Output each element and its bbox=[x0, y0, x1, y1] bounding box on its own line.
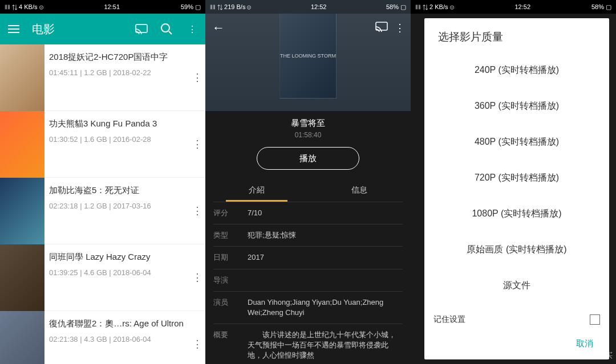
quality-dialog: 选择影片质量 240P (实时转档播放) 360P (实时转档播放) 480P … bbox=[424, 18, 609, 359]
app-header: 电影 ⋮ bbox=[0, 14, 205, 44]
item-more-icon[interactable]: ⋮ bbox=[188, 111, 205, 177]
remember-checkbox[interactable] bbox=[590, 314, 600, 325]
more-icon[interactable]: ⋮ bbox=[395, 22, 404, 34]
quality-list: 240P (实时转档播放) 360P (实时转档播放) 480P (实时转档播放… bbox=[424, 52, 609, 309]
item-more-icon[interactable]: ⋮ bbox=[188, 44, 205, 111]
detail-title: 暴雪将至 bbox=[205, 111, 411, 131]
cast-icon[interactable] bbox=[375, 22, 388, 34]
remember-row[interactable]: 记住设置 bbox=[424, 309, 609, 330]
cast-icon[interactable] bbox=[135, 22, 148, 36]
movie-item[interactable]: 加勒比海盗5：死无对证 02:23:18 | 1.2 GB | 2017-03-… bbox=[0, 178, 205, 244]
back-icon[interactable]: ← bbox=[212, 21, 225, 35]
movie-poster bbox=[0, 178, 44, 244]
play-button[interactable]: 播放 bbox=[257, 147, 359, 170]
item-more-icon[interactable]: ⋮ bbox=[188, 311, 205, 364]
svg-point-1 bbox=[161, 24, 169, 32]
quality-option[interactable]: 720P (实时转档播放) bbox=[424, 160, 609, 196]
status-right: 58% ▢ bbox=[386, 3, 406, 11]
status-left: ⫴⫴ ⇅ 219 B/s ⊚ bbox=[210, 3, 251, 11]
tabs: 介紹 信息 bbox=[205, 179, 411, 202]
info-row: 评分7/10 bbox=[213, 202, 403, 224]
watermark: 值 什么值得买 bbox=[566, 350, 613, 361]
info-table: 评分7/10 类型犯罪;悬疑;惊悚 日期2017 导演 演员Duan Yihon… bbox=[205, 202, 411, 364]
movie-title: 同班同學 Lazy Hazy Crazy bbox=[49, 251, 184, 263]
movie-item[interactable]: 2018捉妖记2-HC720P国语中字 01:45:11 | 1.2 GB | … bbox=[0, 44, 205, 111]
quality-option[interactable]: 源文件 bbox=[424, 268, 609, 304]
movie-title: 加勒比海盗5：死无对证 bbox=[49, 185, 184, 196]
movie-meta: 02:21:38 | 4.3 GB | 2018-06-04 bbox=[49, 335, 184, 343]
item-more-icon[interactable]: ⋮ bbox=[188, 244, 205, 310]
movie-meta: 02:23:18 | 1.2 GB | 2017-03-16 bbox=[49, 202, 184, 210]
info-row: 概要 该片讲述的是上世纪九十年代某个小城，天气预报中一场百年不遇的暴雪即将侵袭此… bbox=[213, 324, 403, 364]
status-right: 58% ▢ bbox=[591, 3, 611, 11]
detail-duration: 01:58:40 bbox=[205, 131, 411, 147]
info-row: 演员Duan Yihong;Jiang Yiyan;Du Yuan;Zheng … bbox=[213, 291, 403, 324]
movie-meta: 01:45:11 | 1.2 GB | 2018-02-22 bbox=[49, 68, 184, 77]
status-time: 12:52 bbox=[514, 3, 530, 10]
remember-label: 记住设置 bbox=[433, 314, 465, 325]
item-more-icon[interactable]: ⋮ bbox=[188, 178, 205, 244]
info-row: 类型犯罪;悬疑;惊悚 bbox=[213, 224, 403, 246]
movie-title: 功夫熊貓3 Kung Fu Panda 3 bbox=[49, 118, 184, 129]
movie-item[interactable]: 同班同學 Lazy Hazy Crazy 01:39:25 | 4.6 GB |… bbox=[0, 244, 205, 311]
tab-intro[interactable]: 介紹 bbox=[205, 179, 308, 202]
dialog-title: 选择影片质量 bbox=[424, 18, 609, 52]
movie-list: 2018捉妖记2-HC720P国语中字 01:45:11 | 1.2 GB | … bbox=[0, 44, 205, 364]
svg-rect-3 bbox=[376, 22, 387, 30]
hero-section: ⫴⫴ ⇅ 219 B/s ⊚ 12:52 58% ▢ ← ⋮ THE LOOMI… bbox=[205, 0, 411, 111]
quality-option[interactable]: 原始画质 (实时转档播放) bbox=[424, 232, 609, 268]
status-time: 12:52 bbox=[311, 3, 327, 10]
info-row: 导演 bbox=[213, 269, 403, 291]
status-bar: ⫴⫴ ⇅ 2 KB/s ⊚ 12:52 58% ▢ bbox=[411, 0, 616, 14]
quality-option[interactable]: 240P (实时转档播放) bbox=[424, 52, 609, 88]
movie-title: 2018捉妖记2-HC720P国语中字 bbox=[49, 51, 184, 63]
search-icon[interactable] bbox=[160, 22, 173, 36]
status-left: ⫴⫴ ⇅ 2 KB/s ⊚ bbox=[415, 3, 454, 11]
status-left: ⫴⫴ ⇅ 4 KB/s ⊚ bbox=[5, 3, 43, 11]
info-row: 日期2017 bbox=[213, 246, 403, 268]
menu-icon[interactable] bbox=[7, 22, 21, 36]
more-icon[interactable]: ⋮ bbox=[185, 22, 198, 36]
movie-poster bbox=[0, 244, 44, 311]
page-title: 电影 bbox=[32, 22, 123, 37]
svg-line-2 bbox=[169, 31, 172, 34]
movie-meta: 01:30:52 | 1.6 GB | 2016-02-28 bbox=[49, 135, 184, 144]
quality-option[interactable]: 360P (实时转档播放) bbox=[424, 88, 609, 124]
status-bar: ⫴⫴ ⇅ 4 KB/s ⊚ 12:51 59% ▢ bbox=[0, 0, 205, 14]
status-time: 12:51 bbox=[104, 3, 120, 10]
movie-item[interactable]: 功夫熊貓3 Kung Fu Panda 3 01:30:52 | 1.6 GB … bbox=[0, 111, 205, 178]
quality-option[interactable]: 480P (实时转档播放) bbox=[424, 124, 609, 160]
status-right: 59% ▢ bbox=[181, 3, 201, 11]
movie-poster bbox=[0, 311, 44, 364]
tab-info[interactable]: 信息 bbox=[308, 179, 411, 202]
svg-rect-0 bbox=[136, 24, 147, 32]
quality-option[interactable]: 1080P (实时转档播放) bbox=[424, 196, 609, 232]
movie-item[interactable]: 復仇者聯盟2：奧…rs: Age of Ultron 02:21:38 | 4.… bbox=[0, 311, 205, 364]
movie-poster bbox=[0, 44, 44, 111]
movie-meta: 01:39:25 | 4.6 GB | 2018-06-04 bbox=[49, 268, 184, 277]
movie-title: 復仇者聯盟2：奧…rs: Age of Ultron bbox=[49, 318, 184, 329]
movie-poster bbox=[0, 111, 44, 178]
